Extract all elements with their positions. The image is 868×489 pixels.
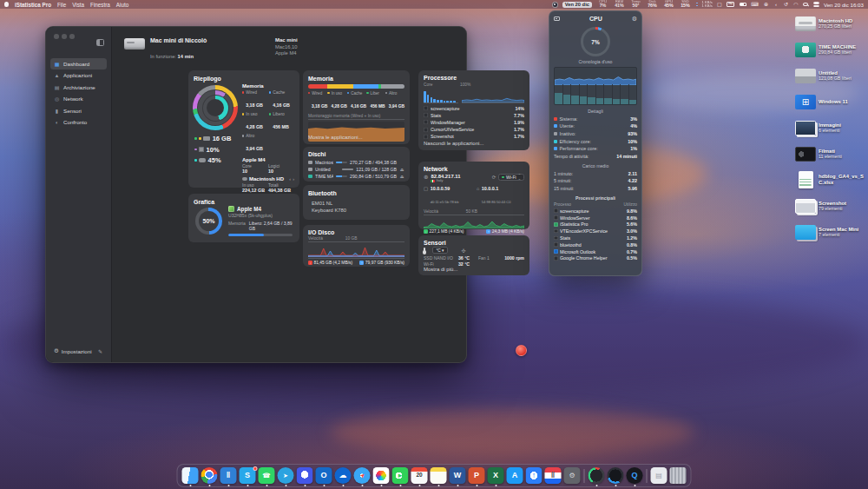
unit-selector[interactable]: °C ▾ <box>432 247 447 254</box>
keyboard-icon[interactable]: ⌨ <box>751 2 759 7</box>
process-row[interactable]: CursorUIViewService 1.7% <box>424 126 524 133</box>
process-row[interactable]: Stats 1.2% <box>554 235 637 241</box>
sidebar-item[interactable]: Applicazioni <box>50 70 107 82</box>
next-disk-icon[interactable]: › <box>293 176 294 182</box>
dock-app-icon[interactable]: ↑ <box>526 467 542 484</box>
wifi-icon[interactable]: ◠ <box>793 2 799 7</box>
dock-app-icon[interactable]: W <box>450 467 466 484</box>
process-row[interactable]: Screenshot 1.7% <box>424 133 524 140</box>
detach-window-icon[interactable] <box>554 17 560 22</box>
desktop-icon[interactable]: Immagini 6 elementi <box>795 115 868 141</box>
dock-app-icon[interactable] <box>297 467 313 484</box>
disk-row[interactable]: TIME MACHINE 290,84 GB / 510,79 GB ⏏ <box>308 173 404 180</box>
desktop-icon[interactable]: TIME MACHINE 290,84 GB liberi <box>795 36 868 63</box>
process-row[interactable]: iStatistica Pro 5.6% <box>554 221 637 228</box>
record-button[interactable] <box>516 345 527 356</box>
menu-item[interactable]: Aiuto <box>116 2 128 8</box>
control-center-icon[interactable] <box>813 2 819 7</box>
menu-app-name[interactable]: iStatistica Pro <box>15 2 51 8</box>
bluetooth-device[interactable]: Keyboard K780 <box>308 206 404 213</box>
indicator-dots-icon[interactable] <box>696 3 698 7</box>
status-widget[interactable]: Disk 76% <box>646 0 659 9</box>
dock-app-icon[interactable]: X <box>488 467 504 484</box>
hide-applications-link[interactable]: Nascondi le applicazioni... <box>424 141 524 146</box>
menu-item[interactable]: File <box>57 2 66 8</box>
show-applications-link[interactable]: Mostra le applicazioni... <box>308 135 363 140</box>
desktop-icon[interactable]: Screen Mac Mini 7 elementi <box>795 219 868 245</box>
status-widget[interactable]: CPU 7% <box>596 0 609 9</box>
dock-app-icon[interactable]: ☁ <box>335 467 352 484</box>
process-row[interactable]: screencapture 14% <box>424 105 524 112</box>
dock-app-icon[interactable] <box>670 467 687 484</box>
dock-app-icon[interactable]: A <box>507 467 523 484</box>
process-row[interactable]: Microsoft Outlook 0.7% <box>554 248 637 255</box>
dock-app-icon[interactable] <box>431 467 447 484</box>
eject-icon[interactable]: ⏏ <box>399 174 404 179</box>
dock-app-icon[interactable] <box>373 467 390 484</box>
bluetooth-device[interactable]: EM01 NL <box>308 199 404 206</box>
dock-app-icon[interactable]: ‖ <box>220 467 237 484</box>
dock-app-icon[interactable] <box>589 467 605 484</box>
dock-app-icon[interactable]: ▸ <box>392 467 409 484</box>
dock-app-icon[interactable]: ‖ <box>545 467 562 484</box>
process-row[interactable]: Google Chrome Helper 0.5% <box>554 254 637 261</box>
dock-app-icon[interactable]: P <box>469 467 485 484</box>
process-row[interactable]: screencapture 9.8% <box>554 208 637 215</box>
dock-app-icon[interactable]: ⚙ <box>564 467 581 484</box>
apple-menu-icon[interactable] <box>4 2 9 7</box>
hd-icon[interactable]: HD <box>727 2 734 7</box>
status-widget[interactable]: RAM 41% <box>613 0 626 9</box>
dock-app-icon[interactable]: Q <box>627 467 643 484</box>
status-widget[interactable]: GPU 45% <box>662 0 675 9</box>
zoom-button[interactable] <box>69 34 75 39</box>
process-row[interactable]: Stats 7.7% <box>424 112 524 119</box>
sidebar-toggle-icon[interactable] <box>96 39 104 46</box>
network-speed-widget[interactable]: 1 KB/s 1 KB/s <box>702 1 713 8</box>
gear-icon[interactable]: ⚙ <box>632 16 637 23</box>
globe-icon[interactable]: ⊕ <box>763 2 768 7</box>
process-row[interactable]: VTEncoderXPCService 3.0% <box>554 228 637 235</box>
settings-button[interactable]: ⚙ Impostazioni <box>54 347 92 354</box>
dock-app-icon[interactable]: ☎ <box>259 467 275 484</box>
menu-clock[interactable]: Ven 20 dic 16:03 <box>824 2 864 8</box>
status-widget[interactable]: SSD 15% <box>679 0 692 9</box>
time-machine-icon[interactable]: ↺ <box>783 2 788 7</box>
interface-selector[interactable]: Wi-Fi ⌃⌄ <box>498 174 524 181</box>
disk-row[interactable]: Untitled 121,09 GB / 128 GB ⏏ <box>308 166 404 173</box>
screen-mirroring-icon[interactable]: ▢ <box>717 2 722 7</box>
dock-app-icon[interactable] <box>201 467 218 484</box>
dock-app-icon[interactable] <box>608 467 624 484</box>
process-row[interactable]: WindowManager 1.9% <box>424 119 524 126</box>
sidebar-item[interactable]: Dashboard <box>50 58 107 69</box>
refresh-icon[interactable]: ⟳ <box>492 175 496 180</box>
dock-app-icon[interactable]: ➤ <box>354 467 371 484</box>
sidebar-item[interactable]: Sensori <box>50 105 107 116</box>
disk-row[interactable]: Macintosh HD 270,27 GB / 494,38 GB <box>308 159 404 166</box>
process-row[interactable]: bluetoothd 0.8% <box>554 241 637 248</box>
desktop-icon[interactable]: Windows 11 <box>795 89 868 115</box>
desktop-icon[interactable]: Untitled 121,08 GB liberi <box>795 63 868 89</box>
pin-icon[interactable]: ✎ <box>98 348 102 354</box>
dock-app-icon[interactable]: 20 <box>411 467 428 484</box>
desktop-icon[interactable]: Screenshot 79 elementi <box>795 193 868 219</box>
prev-disk-icon[interactable]: ‹ <box>289 176 291 182</box>
eject-icon[interactable]: ⏏ <box>399 167 404 172</box>
dock-app-icon[interactable]: S <box>240 467 256 484</box>
dock-app-icon[interactable]: ➤ <box>278 467 294 484</box>
minimize-button[interactable] <box>62 34 67 39</box>
desktop-icon[interactable]: hdblog_GA4_vs_SC.xlsx <box>795 167 868 193</box>
desktop-icon[interactable]: Macintosh HD 270,25 GB liberi <box>795 10 868 36</box>
close-button[interactable] <box>54 34 59 39</box>
screen-recording-stop-icon[interactable] <box>552 2 558 8</box>
dock-app-icon[interactable]: O <box>316 467 332 484</box>
battery-icon[interactable] <box>740 3 746 7</box>
spotlight-icon[interactable] <box>803 3 808 6</box>
dock-app-icon[interactable]: ▤ <box>651 467 667 484</box>
chevron-left-icon[interactable]: ‹ <box>773 2 779 7</box>
desktop-icon[interactable]: Filmati 11 elementi <box>795 141 868 167</box>
menu-item[interactable]: Vista <box>72 2 84 8</box>
menu-date-pill[interactable]: Ven 20 dic <box>562 2 592 8</box>
status-widget[interactable]: Temp 50° <box>629 0 642 9</box>
sidebar-item[interactable]: Network <box>50 94 107 105</box>
menu-item[interactable]: Finestra <box>90 2 110 8</box>
